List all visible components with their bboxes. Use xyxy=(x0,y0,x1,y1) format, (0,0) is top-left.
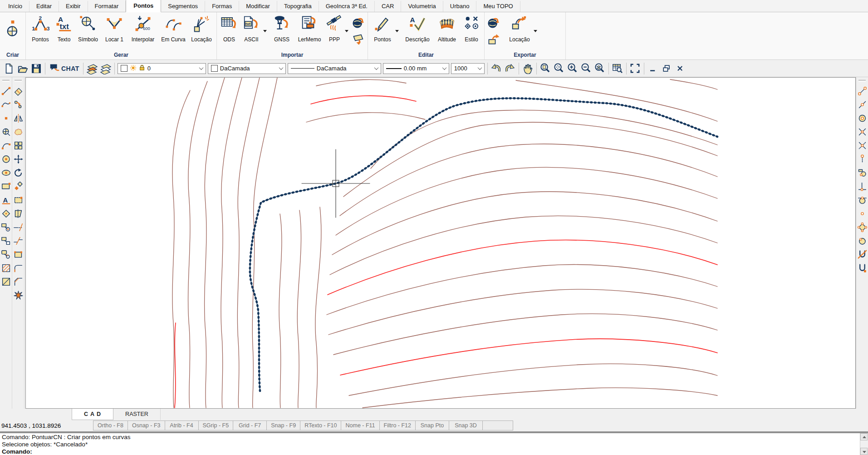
tab-editar[interactable]: Editar xyxy=(29,1,59,12)
symbol-icon[interactable] xyxy=(0,125,12,138)
snap-nearest-icon[interactable] xyxy=(857,234,868,247)
snap-tangent-icon[interactable] xyxy=(857,193,868,207)
tab-urbano[interactable]: Urbano xyxy=(443,1,477,12)
ascii-dropdown-arrow[interactable] xyxy=(263,30,267,32)
import-shape-button[interactable] xyxy=(352,33,365,45)
color-combo[interactable]: DaCamada xyxy=(208,63,286,74)
window-minimize-button[interactable] xyxy=(646,62,660,75)
tab-formas[interactable]: Formas xyxy=(205,1,239,12)
cloud-icon[interactable] xyxy=(13,125,24,138)
snap-perpendicular-icon[interactable] xyxy=(857,179,868,193)
layer-combo[interactable]: 0 xyxy=(118,63,206,74)
chevron-down-icon[interactable] xyxy=(279,65,283,70)
tab-pontos[interactable]: Pontos xyxy=(126,0,161,12)
array-icon[interactable] xyxy=(13,138,24,152)
toggle-snap[interactable]: Snap - F9 xyxy=(267,420,300,430)
toggle-rtexto[interactable]: RTexto - F10 xyxy=(300,420,341,430)
exportar-locacao-button[interactable]: Locação xyxy=(505,13,534,45)
point-icon[interactable] xyxy=(0,111,12,125)
gerar-locacao-button[interactable]: Locação xyxy=(188,13,215,45)
snap-node-icon[interactable] xyxy=(857,152,868,166)
polyline-icon[interactable] xyxy=(0,98,12,111)
redo-button[interactable] xyxy=(503,62,517,75)
importar-ascii-button[interactable]: txt ASCII xyxy=(240,13,263,45)
tab-segmentos[interactable]: Segmentos xyxy=(161,1,205,12)
gerar-texto-button[interactable]: A txt Texto xyxy=(53,13,75,45)
scroll-up-icon[interactable] xyxy=(860,433,868,440)
toolbar-drag-handle[interactable] xyxy=(858,80,866,82)
toolbar-drag-handle[interactable] xyxy=(2,80,10,82)
extend-icon[interactable] xyxy=(13,220,24,234)
toggle-grid[interactable]: Grid - F7 xyxy=(233,420,267,430)
gerar-pontos-button[interactable]: 1 2 3 Pontos xyxy=(28,13,53,45)
importar-ods-button[interactable]: ODS xyxy=(219,13,240,45)
linetype-combo[interactable]: DaCamada xyxy=(288,63,381,74)
snap-center-icon[interactable] xyxy=(857,111,868,125)
editar-altitude-button[interactable]: Altitude xyxy=(433,13,461,45)
editar-estilo-button[interactable]: Estilo xyxy=(461,13,482,45)
tab-car[interactable]: CAR xyxy=(375,1,401,12)
layers-states-button[interactable] xyxy=(99,62,113,75)
boundary-icon[interactable] xyxy=(0,275,12,288)
layer-visibility-checkbox[interactable] xyxy=(121,65,128,72)
tab-geoincra[interactable]: GeoIncra 3ª Ed. xyxy=(319,1,375,12)
trim-icon[interactable] xyxy=(13,207,24,220)
snap-polygon-icon[interactable] xyxy=(857,220,868,234)
gerar-em-curva-button[interactable]: Em Curva xyxy=(158,13,188,45)
editar-pontos-dropdown-arrow[interactable] xyxy=(395,30,399,32)
zoom-window-button[interactable] xyxy=(552,62,566,75)
export-globe-button[interactable] xyxy=(487,16,500,29)
ellipse-icon[interactable] xyxy=(0,166,12,179)
toggle-osnap[interactable]: Osnap - F3 xyxy=(128,420,165,430)
chat-button[interactable]: CHAT xyxy=(47,62,81,75)
tab-inicio[interactable]: Início xyxy=(1,1,29,12)
zoom-in-button[interactable] xyxy=(566,62,579,75)
fillet-icon[interactable] xyxy=(13,261,24,275)
command-prompt[interactable]: Comando: xyxy=(2,448,868,455)
command-line-panel[interactable]: Comando: PontuarCN : Criar pontos em cur… xyxy=(0,433,868,455)
copy-icon[interactable] xyxy=(13,98,24,111)
view-tab-cad[interactable]: C A D xyxy=(72,409,113,420)
toggle-snap-3d[interactable]: Snap 3D xyxy=(449,420,483,430)
pan-button[interactable] xyxy=(521,62,535,75)
snap-intersection-icon[interactable] xyxy=(857,125,868,138)
importar-lermemo-button[interactable]: LerMemo xyxy=(295,13,324,45)
leader-frame-icon[interactable] xyxy=(0,234,12,247)
chevron-down-icon[interactable] xyxy=(442,65,446,70)
tab-exibir[interactable]: Exibir xyxy=(59,1,88,12)
toggle-sgrip[interactable]: SGrip - F5 xyxy=(199,420,234,430)
snap-apparent-icon[interactable] xyxy=(857,138,868,152)
tab-modificar[interactable]: Modificar xyxy=(239,1,277,12)
table-find-button[interactable] xyxy=(611,62,624,75)
tag-icon[interactable] xyxy=(0,207,12,220)
line-icon[interactable] xyxy=(0,84,12,98)
leader-circle-icon[interactable] xyxy=(0,220,12,234)
scale-icon[interactable] xyxy=(13,179,24,193)
importar-gnss-button[interactable]: GNSS xyxy=(269,13,295,45)
chamfer-icon[interactable] xyxy=(13,275,24,288)
leader-arrow-icon[interactable] xyxy=(0,247,12,261)
text-icon[interactable]: A xyxy=(0,193,12,207)
toggle-ortho[interactable]: Ortho - F8 xyxy=(93,420,128,430)
snap-point-icon[interactable] xyxy=(857,207,868,220)
chevron-down-icon[interactable] xyxy=(477,65,482,70)
snap-endpoint-icon[interactable] xyxy=(857,84,868,98)
command-scrollbar[interactable] xyxy=(860,433,868,455)
undo-button[interactable] xyxy=(490,62,503,75)
scroll-down-icon[interactable] xyxy=(860,448,868,455)
rotate-icon[interactable] xyxy=(13,166,24,179)
criar-ponto-button[interactable] xyxy=(3,13,23,45)
lineweight-combo[interactable]: 0.00 mm xyxy=(383,63,449,74)
snap-quadrant-icon[interactable] xyxy=(857,166,868,179)
tab-formatar[interactable]: Formatar xyxy=(88,1,126,12)
gerar-locar1-button[interactable]: Locar 1 xyxy=(101,13,128,45)
tab-meu-topo[interactable]: Meu TOPO xyxy=(476,1,520,12)
save-button[interactable] xyxy=(29,62,43,75)
window-restore-button[interactable] xyxy=(660,62,673,75)
break-icon[interactable] xyxy=(13,234,24,247)
toggle-snap-pto[interactable]: Snap Pto xyxy=(416,420,449,430)
new-file-button[interactable] xyxy=(2,62,16,75)
edit-vertex-icon[interactable] xyxy=(13,247,24,261)
tab-topografia[interactable]: Topografia xyxy=(277,1,319,12)
ppp-dropdown-arrow[interactable] xyxy=(345,30,348,32)
